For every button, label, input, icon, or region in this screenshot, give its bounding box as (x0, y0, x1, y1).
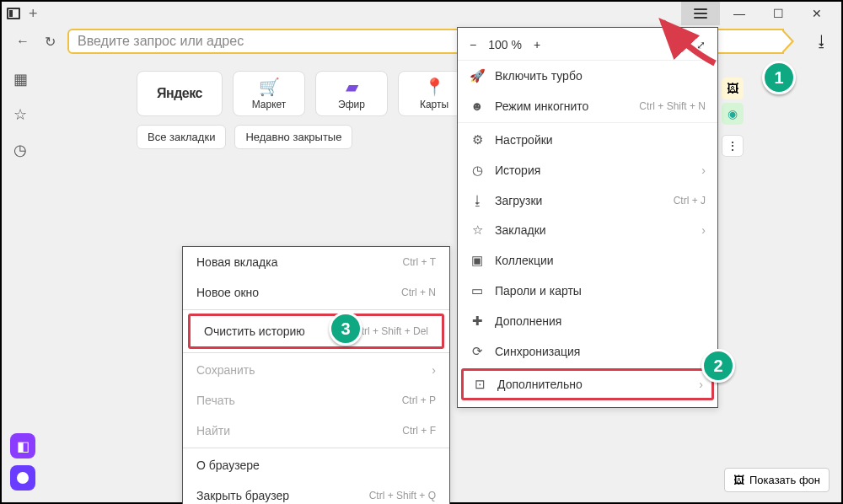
chevron-right-icon: › (701, 223, 706, 237)
callout-3: 3 (329, 312, 362, 346)
address-placeholder: Введите запрос или адрес (78, 34, 244, 49)
submenu-find[interactable]: НайтиCtrl + F (183, 416, 449, 446)
submenu-new-tab[interactable]: Новая вкладкаCtrl + T (183, 247, 449, 277)
ellipsis-icon: ⊡ (472, 377, 487, 392)
titlebar: + — ☐ ✕ (2, 2, 841, 25)
minimize-button[interactable]: — (720, 2, 759, 25)
tile-yandex[interactable]: Яндекс (137, 71, 223, 116)
tile-overflow[interactable]: ⋮ (722, 135, 744, 157)
menu-bookmarks[interactable]: ☆Закладки› (458, 215, 717, 245)
gear-icon: ⚙ (470, 132, 485, 147)
chevron-right-icon: › (701, 164, 706, 177)
mask-icon: ☻ (470, 99, 485, 113)
favorites-icon[interactable]: ☆ (10, 105, 30, 125)
menu-passwords[interactable]: ▭Пароли и карты (458, 276, 717, 306)
chevron-right-icon: › (432, 363, 436, 377)
efir-icon: ▰ (346, 77, 358, 97)
close-window-button[interactable]: ✕ (797, 2, 836, 25)
hamburger-icon (694, 8, 707, 19)
chip-all-bookmarks[interactable]: Все закладки (137, 125, 226, 149)
games-button[interactable]: ◧ (10, 433, 35, 458)
hamburger-menu-button[interactable] (681, 2, 720, 25)
more-submenu: Новая вкладкаCtrl + T Новое окноCtrl + N… (182, 246, 450, 504)
browser-window: + — ☐ ✕ ← ↻ Введите запрос или адрес ⭳ ▦… (0, 0, 843, 504)
fullscreen-button[interactable]: ⤢ (696, 39, 706, 51)
show-background-button[interactable]: 🖼 Показать фон (724, 468, 830, 492)
separator (183, 448, 449, 448)
picture-icon: 🖼 (733, 474, 744, 486)
zoom-row: − 100 % + ⤢ (458, 33, 717, 61)
main-menu: − 100 % + ⤢ 🚀Включить турбо ☻Режим инког… (457, 27, 718, 408)
alice-icon (17, 472, 29, 484)
speed-dial: Яндекс 🛒Маркет ▰Эфир 📍Карты (137, 71, 470, 116)
tab-indicator-icon[interactable] (7, 8, 20, 19)
new-tab-button[interactable]: + (29, 5, 38, 23)
card-icon: ▭ (470, 283, 485, 298)
rocket-icon: 🚀 (470, 68, 485, 83)
tiles-icon[interactable]: ▦ (10, 69, 30, 89)
submenu-print[interactable]: ПечатьCtrl + P (183, 385, 449, 416)
sync-icon: ⟳ (470, 344, 485, 359)
left-toolbar: ▦ ☆ ◷ (10, 69, 30, 160)
zoom-in-button[interactable]: + (534, 38, 540, 51)
menu-history[interactable]: ◷История› (458, 155, 717, 185)
games-icon: ◧ (17, 438, 30, 454)
cart-icon: 🛒 (259, 77, 280, 97)
tile-market[interactable]: 🛒Маркет (233, 71, 305, 116)
collection-icon: ▣ (470, 253, 485, 268)
menu-collections[interactable]: ▣Коллекции (458, 245, 717, 276)
tile-efir[interactable]: ▰Эфир (315, 71, 388, 116)
star-icon: ☆ (470, 223, 485, 238)
submenu-about[interactable]: О браузере (183, 450, 449, 480)
downloads-button[interactable]: ⭳ (814, 33, 830, 51)
zoom-out-button[interactable]: − (470, 38, 476, 51)
menu-sync[interactable]: ⟳Синхронизация (458, 336, 717, 367)
separator (183, 309, 449, 310)
callout-2: 2 (701, 349, 735, 383)
menu-addons[interactable]: ✚Дополнения (458, 306, 717, 336)
zoom-value: 100 % (488, 38, 522, 51)
callout-1: 1 (762, 61, 796, 94)
menu-settings[interactable]: ⚙Настройки (458, 125, 717, 155)
bookmark-chips: Все закладки Недавно закрытые (137, 125, 352, 149)
tile-image[interactable]: 🖼 (722, 78, 744, 99)
download-icon: ⭳ (470, 193, 485, 207)
menu-more[interactable]: ⊡Дополнительно› (461, 368, 714, 400)
maximize-button[interactable]: ☐ (759, 2, 797, 25)
chip-recently-closed[interactable]: Недавно закрытые (234, 125, 352, 149)
pin-icon: 📍 (424, 77, 445, 97)
submenu-close-browser[interactable]: Закрыть браузерCtrl + Shift + Q (183, 480, 449, 504)
menu-turbo[interactable]: 🚀Включить турбо (458, 61, 717, 91)
tile-green[interactable]: ◉ (722, 103, 744, 125)
back-button[interactable]: ← (13, 34, 32, 49)
history-icon[interactable]: ◷ (10, 140, 30, 160)
separator (183, 352, 449, 353)
clock-icon: ◷ (470, 163, 485, 178)
chevron-right-icon: › (699, 378, 703, 391)
reload-button[interactable]: ↻ (40, 34, 59, 50)
submenu-clear-history[interactable]: Очистить историюCtrl + Shift + Del (188, 314, 444, 349)
submenu-new-window[interactable]: Новое окноCtrl + N (183, 277, 449, 308)
puzzle-icon: ✚ (470, 314, 485, 329)
menu-incognito[interactable]: ☻Режим инкогнитоCtrl + Shift + N (458, 91, 717, 123)
alice-button[interactable] (10, 465, 35, 491)
menu-downloads[interactable]: ⭳ЗагрузкиCtrl + J (458, 185, 717, 215)
submenu-save[interactable]: Сохранить› (183, 355, 449, 385)
